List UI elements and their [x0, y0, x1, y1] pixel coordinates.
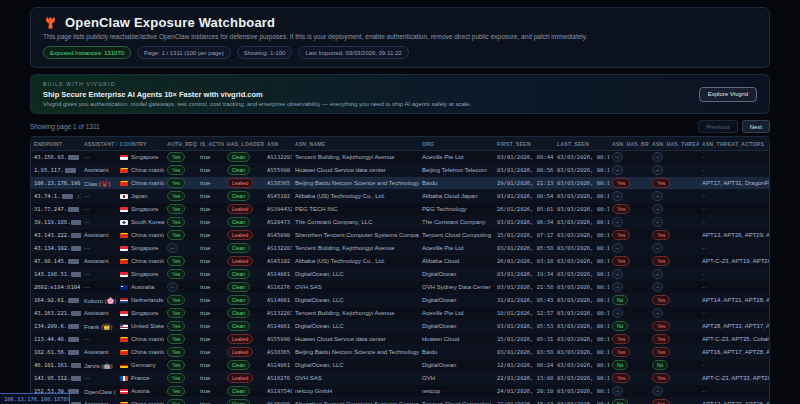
status-pill: Clean	[227, 399, 250, 404]
is-active-cell: true	[197, 284, 224, 290]
asn-cell: AS45090	[264, 232, 292, 238]
column-header: FIRST_SEEN	[494, 137, 554, 150]
redacted-octet	[62, 194, 73, 199]
status-pill: –	[652, 191, 663, 201]
endpoint-link[interactable]: 31.77.247. :7353	[31, 206, 81, 212]
threat-actors-cell: –	[699, 193, 769, 199]
endpoint-link[interactable]: 164.92.61. :443	[31, 297, 81, 303]
asn-has-threat-actor-cell: –	[649, 308, 699, 318]
endpoint-link[interactable]: 143.198.51. :443	[31, 271, 81, 277]
status-pill: Clean	[227, 269, 250, 279]
asn-name-cell: Huawei Cloud Service data center	[292, 336, 419, 342]
first-seen-cell: 03/01/2026, 05:58:05	[494, 245, 554, 251]
asn-has-breach-cell: –	[609, 165, 649, 175]
status-pill: Yes	[652, 399, 670, 404]
endpoint-link[interactable]: 43.74.1. :18789	[31, 193, 81, 199]
nl-flag-icon	[120, 298, 128, 303]
explore-vivgrid-button[interactable]: Explore Vivgrid	[699, 87, 757, 102]
org-cell: Alibaba Cloud	[419, 258, 494, 264]
loaded-creds-cell: Clean	[224, 269, 264, 279]
org-cell: netcup	[419, 388, 494, 394]
redacted-octet	[68, 259, 79, 264]
asn-has-threat-actor-cell: Yes	[649, 321, 699, 331]
status-pill: Yes	[167, 269, 185, 279]
threat-actors-cell: –	[699, 167, 769, 173]
endpoint-link[interactable]: 43.163.221. :18789	[31, 310, 81, 316]
auth-required-cell: Yes	[164, 217, 197, 227]
loaded-creds-cell: Leaked	[224, 347, 264, 357]
country-cell: China mainland	[117, 232, 164, 238]
status-pill: –	[167, 282, 178, 292]
last-seen-cell: 03/03/2026, 00:15:34	[554, 310, 609, 316]
endpoint-link[interactable]: 43.156.93. :18789	[31, 154, 81, 160]
asn-name-cell: DigitalOcean, LLC	[292, 323, 419, 329]
is-active-cell: true	[197, 323, 224, 329]
asn-name-cell: Shenzhen Tencent Computer Systems Compan…	[292, 232, 419, 238]
de-flag-icon	[120, 363, 128, 368]
status-pill: Yes	[652, 295, 670, 305]
asn-has-threat-actor-cell: –	[649, 217, 699, 227]
loaded-creds-cell: Clean	[224, 399, 264, 404]
asn-cell: AS16276	[264, 284, 292, 290]
endpoint-link[interactable]: 141.95.112. :18789	[31, 375, 81, 381]
assistant-name-cell: Assistant	[81, 310, 117, 316]
last-seen-cell: 03/03/2026, 00:12:34	[554, 362, 609, 368]
promo-banner: BUILD WITH VIVGRID Ship Secure Enterpris…	[30, 74, 770, 114]
status-pill: Yes	[167, 386, 185, 396]
asn-name-cell: DigitalOcean, LLC	[292, 271, 419, 277]
is-active-cell: true	[197, 154, 224, 160]
claw-logo-icon	[43, 15, 58, 30]
endpoint-link[interactable]: 182.61.56. :18789	[31, 349, 81, 355]
endpoint-link[interactable]: 106.13.176.198 :18789	[31, 180, 81, 186]
asn-has-threat-actor-cell: –	[649, 269, 699, 279]
org-cell: Aceville Pte Ltd	[419, 310, 494, 316]
table-row: 134.209.6. :443Frank (👑)United StatesYes…	[31, 320, 769, 333]
country-cell: China mainland	[117, 167, 164, 173]
endpoint-link[interactable]: 47.98.145. :18789	[31, 258, 81, 264]
asn-name-cell: Tencent Building, Kejizhongyi Avenue	[292, 245, 419, 251]
first-seen-cell: 31/01/2026, 05:43:28	[494, 297, 554, 303]
asn-name-cell: Tencent Building, Kejizhongyi Avenue	[292, 310, 419, 316]
endpoint-link[interactable]: 1.95.117. :35299	[31, 167, 81, 173]
endpoint-link[interactable]: 43.143.222. :18789	[31, 232, 81, 238]
asn-has-breach-cell: Yes	[609, 230, 649, 240]
endpoint-link[interactable]: 2602:e184:8104:400::1ab5 :18789	[31, 284, 81, 290]
country-cell: Germany	[117, 362, 164, 368]
threat-actors-cell: APT14, APT21, APT28, APT30, APT31, APT34	[699, 297, 769, 303]
status-pill: Leaked	[227, 178, 253, 188]
endpoint-link[interactable]: 134.209.6. :443	[31, 323, 81, 329]
table-row: 2602:e184:8104:400::1ab5 :18789—Australi…	[31, 281, 769, 294]
asn-cell: AS55990	[264, 167, 292, 173]
org-cell: Baidu	[419, 180, 494, 186]
last-seen-cell: 03/03/2026, 00:12:34	[554, 388, 609, 394]
threat-actors-cell: –	[699, 310, 769, 316]
endpoint-link[interactable]: 39.119.188. :18789	[31, 219, 81, 225]
au-flag-icon	[120, 285, 128, 290]
status-pill: Leaked	[227, 204, 253, 214]
loaded-creds-cell: Clean	[224, 321, 264, 331]
org-cell: OVH Sydney Data Center	[419, 284, 494, 290]
assistant-name-cell: Assistant	[81, 258, 117, 264]
column-header: ORG	[419, 137, 494, 150]
status-pill: Yes	[167, 165, 185, 175]
endpoint-link[interactable]: 43.134.102. :18789	[31, 245, 81, 251]
sg-flag-icon	[120, 207, 128, 212]
status-pill: No	[612, 321, 628, 331]
loaded-creds-cell: Clean	[224, 152, 264, 162]
table-row: 39.119.188. :18789—South KoreaYestrueCle…	[31, 216, 769, 229]
status-pill: Clean	[227, 360, 250, 370]
first-seen-cell: 12/01/2026, 08:24:20	[494, 362, 554, 368]
table-row: 47.98.145. :18789AssistantChina mainland…	[31, 255, 769, 268]
asn-cell: AS45102	[264, 258, 292, 264]
status-pill: No	[612, 295, 628, 305]
status-pill: Yes	[652, 256, 670, 266]
asn-cell: AS394432	[264, 206, 292, 212]
endpoint-link[interactable]: 46.101.161. :443	[31, 362, 81, 368]
status-pill: Leaked	[227, 334, 253, 344]
previous-button[interactable]: Previous	[698, 120, 737, 133]
status-pill: Clean	[227, 165, 250, 175]
endpoint-link[interactable]: 113.44.48. :18789	[31, 336, 81, 342]
auth-required-cell: Yes	[164, 373, 197, 383]
auth-required-cell: Yes	[164, 191, 197, 201]
next-button[interactable]: Next	[742, 120, 770, 133]
